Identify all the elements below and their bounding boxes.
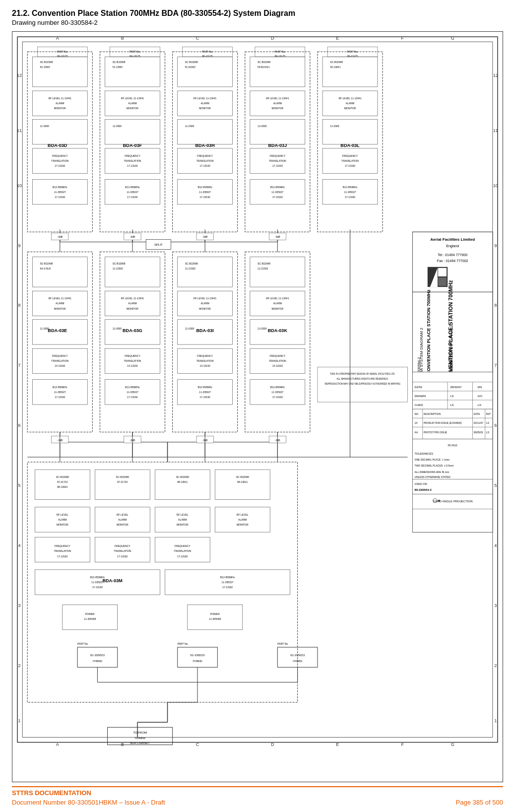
svg-text:CHKD: CHKD — [415, 404, 424, 406]
svg-text:RF LEVEL 11-13441: RF LEVEL 11-13441 — [121, 297, 144, 300]
svg-text:TOLERANCES: TOLERANCES — [415, 452, 434, 455]
svg-text:SC-B1DW8: SC-B1DW8 — [185, 262, 198, 265]
svg-text:11-335027: 11-335027 — [54, 191, 66, 194]
svg-text:ALARM: ALARM — [273, 302, 282, 305]
svg-text:80-13175: 80-13175 — [347, 55, 358, 58]
svg-text:TRANSLATION: TRANSLATION — [54, 549, 71, 552]
svg-text:B12-850MHz: B12-850MHz — [270, 186, 285, 189]
svg-text:80-13175: 80-13175 — [129, 55, 140, 58]
svg-text:RF LEVEL 11-13441: RF LEVEL 11-13441 — [193, 97, 216, 100]
svg-text:MONITOR: MONITOR — [237, 523, 249, 526]
svg-text:11-305009: 11-305009 — [209, 617, 221, 620]
svg-text:MONITOR: MONITOR — [117, 523, 129, 526]
svg-text:FREQUENCY: FREQUENCY — [342, 154, 358, 157]
svg-text:17-13192: 17-13192 — [200, 164, 210, 167]
svg-text:SPLIT: SPLIT — [154, 243, 163, 246]
page-title: 21.2. Convention Place Station 700MHz BD… — [12, 9, 503, 18]
svg-text:17-13192: 17-13192 — [272, 396, 283, 399]
svg-text:B12-850MHz: B12-850MHz — [343, 186, 358, 189]
svg-text:PART No.: PART No. — [202, 50, 213, 53]
svg-text:ALARM: ALARM — [178, 518, 187, 521]
svg-text:61-335023: 61-335023 — [191, 654, 205, 657]
svg-text:11-335027: 11-335027 — [91, 581, 103, 584]
svg-text:B: B — [121, 36, 124, 41]
svg-text:88-13811: 88-13811 — [177, 480, 188, 483]
svg-text:-3dB: -3dB — [275, 235, 280, 238]
svg-text:80-13175: 80-13175 — [57, 55, 67, 58]
svg-text:SCALE: SCALE — [448, 444, 457, 447]
svg-text:MONITOR: MONITOR — [271, 107, 283, 110]
svg-text:BDA-03F: BDA-03F — [123, 143, 142, 148]
svg-text:1: 1 — [494, 718, 497, 723]
svg-text:LS: LS — [478, 404, 481, 406]
svg-text:11-0300: 11-0300 — [113, 327, 122, 330]
svg-text:50-13641: 50-13641 — [330, 66, 340, 68]
svg-text:11-335027: 11-335027 — [221, 581, 233, 584]
svg-text:17-13192: 17-13192 — [272, 196, 283, 199]
svg-text:BDA-03L: BDA-03L — [340, 143, 360, 148]
svg-text:28/30/07: 28/30/07 — [450, 386, 462, 389]
svg-text:MONITOR: MONITOR — [127, 107, 138, 110]
svg-text:G: G — [451, 742, 454, 747]
svg-text:RF LEVEL: RF LEVEL — [57, 513, 68, 516]
svg-text:REPRODUCTION MAY ONLY BE EXPRE: REPRODUCTION MAY ONLY BE EXPRESSLY AUTHO… — [324, 383, 400, 385]
svg-text:B12-850MHz: B12-850MHz — [270, 386, 285, 389]
svg-text:TRANSLATION: TRANSLATION — [114, 549, 131, 552]
svg-text:10: 10 — [493, 183, 498, 188]
svg-text:-3dB: -3dB — [57, 235, 63, 238]
svg-text:11-0300: 11-0300 — [185, 125, 194, 128]
svg-rect-49 — [438, 268, 447, 276]
svg-text:E: E — [336, 36, 339, 41]
svg-text:11-335027: 11-335027 — [127, 191, 138, 194]
svg-text:SC-B1DW8: SC-B1DW8 — [116, 475, 129, 478]
svg-text:England: England — [446, 244, 459, 248]
svg-text:E: E — [336, 742, 339, 747]
svg-text:F: F — [401, 742, 404, 747]
svg-text:TRANSLATION: TRANSLATION — [196, 359, 214, 362]
svg-text:TRANSLATION: TRANSLATION — [269, 159, 286, 162]
svg-text:11-0300: 11-0300 — [185, 327, 194, 330]
svg-text:ALARM: ALARM — [238, 518, 247, 521]
svg-text:HYBRID: HYBRID — [193, 660, 202, 663]
svg-text:TO/FROM: TO/FROM — [133, 731, 147, 734]
svg-text:11-0300: 11-0300 — [330, 125, 339, 128]
svg-text:-3dB: -3dB — [202, 235, 208, 238]
svg-text:USED ON: USED ON — [415, 482, 427, 485]
svg-text:17-13192: 17-13192 — [345, 196, 355, 199]
svg-text:SC-B1DW8: SC-B1DW8 — [40, 61, 53, 64]
svg-text:SC-B1DW8: SC-B1DW8 — [113, 61, 126, 64]
svg-text:UNLESS OTHERWISE STATED: UNLESS OTHERWISE STATED — [415, 475, 451, 478]
svg-text:11-21502: 11-21502 — [185, 267, 195, 270]
svg-text:RF LEVEL 11-13441: RF LEVEL 11-13441 — [121, 97, 144, 100]
svg-text:87-21722: 87-21722 — [117, 480, 128, 483]
svg-text:ALARM: ALARM — [273, 102, 282, 105]
svg-text:LS: LS — [486, 431, 490, 434]
svg-text:PROTOTYPE ISSUE: PROTOTYPE ISSUE — [424, 431, 448, 434]
svg-text:ALARM: ALARM — [56, 102, 64, 105]
svg-text:FREQUENCY: FREQUENCY — [52, 154, 68, 157]
svg-text:SC-B1DW8: SC-B1DW8 — [56, 475, 69, 478]
svg-text:FREQUENCY: FREQUENCY — [115, 544, 130, 547]
svg-text:PART No.: PART No. — [57, 50, 68, 53]
svg-text:FREQUENCY: FREQUENCY — [270, 154, 286, 157]
svg-text:KA-3.5LR: KA-3.5LR — [40, 267, 51, 270]
svg-text:B12-850MHz: B12-850MHz — [53, 186, 67, 189]
svg-text:11-21502: 11-21502 — [113, 267, 123, 270]
svg-text:02/11/07: 02/11/07 — [474, 421, 484, 424]
svg-text:AA: AA — [415, 431, 418, 434]
svg-text:RF LEVEL: RF LEVEL — [177, 513, 189, 516]
svg-text:DATE: DATE — [474, 412, 481, 415]
svg-text:11: 11 — [493, 128, 498, 133]
svg-text:CONVENTION PLACE STATION 700MH: CONVENTION PLACE STATION 700MHz — [426, 289, 431, 374]
svg-text:INIT: INIT — [486, 412, 491, 415]
svg-text:FREQUENCY: FREQUENCY — [52, 354, 68, 357]
svg-text:LS: LS — [450, 404, 453, 406]
page-container: 21.2. Convention Place Station 700MHz BD… — [0, 0, 515, 812]
svg-text:PART No.: PART No. — [77, 642, 88, 645]
svg-text:TRANSLATION: TRANSLATION — [196, 159, 214, 162]
svg-text:A: A — [56, 742, 60, 747]
svg-text:RF LEVEL 11-13441: RF LEVEL 11-13441 — [266, 297, 289, 300]
svg-text:14-13192: 14-13192 — [55, 364, 65, 367]
svg-text:80-13175: 80-13175 — [202, 55, 213, 58]
svg-text:F: F — [401, 36, 404, 41]
